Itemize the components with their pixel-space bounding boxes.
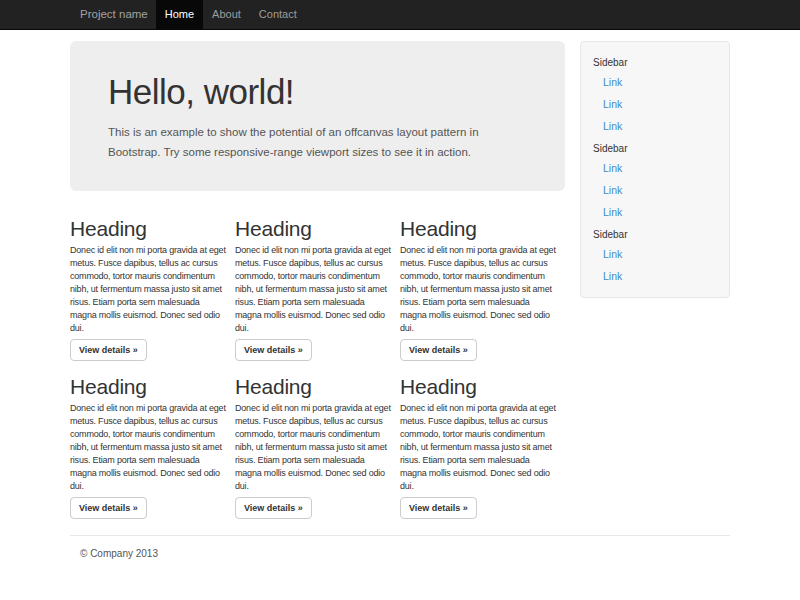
footer-copyright: © Company 2013	[70, 536, 730, 559]
card: Heading Donec id elit non mi porta gravi…	[235, 217, 400, 361]
sidebar-link[interactable]: Link	[593, 265, 717, 287]
sidebar-group: Sidebar Link Link	[593, 223, 717, 287]
sidebar-group-heading: Sidebar	[593, 137, 717, 157]
sidebar-link[interactable]: Link	[593, 71, 717, 93]
sidebar-group: Sidebar Link Link Link	[593, 137, 717, 223]
view-details-button[interactable]: View details »	[70, 339, 147, 361]
sidebar-link[interactable]: Link	[593, 115, 717, 137]
nav-item-about[interactable]: About	[203, 0, 250, 29]
card-body-text: Donec id elit non mi porta gravida at eg…	[70, 244, 228, 335]
card-body-text: Donec id elit non mi porta gravida at eg…	[400, 402, 558, 493]
cards-row-1: Heading Donec id elit non mi porta gravi…	[70, 217, 565, 361]
nav-item-contact[interactable]: Contact	[250, 0, 306, 29]
main-row: Hello, world! This is an example to show…	[70, 30, 730, 519]
navbar-nav: Home About Contact	[156, 0, 306, 29]
card-heading: Heading	[70, 217, 228, 240]
view-details-button[interactable]: View details »	[235, 497, 312, 519]
sidebar-link[interactable]: Link	[593, 93, 717, 115]
content-container: Hello, world! This is an example to show…	[70, 30, 730, 559]
nav-item-home[interactable]: Home	[156, 0, 203, 29]
card-heading: Heading	[235, 375, 393, 398]
sidebar-column: Sidebar Link Link Link Sidebar Link Link…	[580, 30, 730, 298]
sidebar-group: Sidebar Link Link Link	[593, 51, 717, 137]
card: Heading Donec id elit non mi porta gravi…	[235, 375, 400, 519]
sidebar-panel: Sidebar Link Link Link Sidebar Link Link…	[580, 41, 730, 298]
card-heading: Heading	[400, 217, 558, 240]
card-heading: Heading	[70, 375, 228, 398]
navbar-container: Project name Home About Contact	[70, 0, 730, 29]
card-body-text: Donec id elit non mi porta gravida at eg…	[400, 244, 558, 335]
sidebar-group-heading: Sidebar	[593, 223, 717, 243]
navbar-brand[interactable]: Project name	[70, 0, 156, 29]
sidebar-link[interactable]: Link	[593, 157, 717, 179]
main-column: Hello, world! This is an example to show…	[70, 30, 565, 519]
cards-row-2: Heading Donec id elit non mi porta gravi…	[70, 375, 565, 519]
view-details-button[interactable]: View details »	[400, 497, 477, 519]
card: Heading Donec id elit non mi porta gravi…	[70, 217, 235, 361]
sidebar-link[interactable]: Link	[593, 201, 717, 223]
navbar: Project name Home About Contact	[0, 0, 800, 30]
page: Project name Home About Contact Hello, w…	[0, 0, 800, 600]
card-heading: Heading	[235, 217, 393, 240]
card-body-text: Donec id elit non mi porta gravida at eg…	[235, 402, 393, 493]
sidebar-link[interactable]: Link	[593, 243, 717, 265]
card: Heading Donec id elit non mi porta gravi…	[400, 375, 565, 519]
sidebar-group-heading: Sidebar	[593, 51, 717, 71]
sidebar-link[interactable]: Link	[593, 179, 717, 201]
card-body-text: Donec id elit non mi porta gravida at eg…	[235, 244, 393, 335]
view-details-button[interactable]: View details »	[235, 339, 312, 361]
card-body-text: Donec id elit non mi porta gravida at eg…	[70, 402, 228, 493]
card: Heading Donec id elit non mi porta gravi…	[70, 375, 235, 519]
view-details-button[interactable]: View details »	[400, 339, 477, 361]
card: Heading Donec id elit non mi porta gravi…	[400, 217, 565, 361]
page-title: Hello, world!	[108, 74, 527, 111]
jumbotron: Hello, world! This is an example to show…	[70, 41, 565, 191]
card-heading: Heading	[400, 375, 558, 398]
view-details-button[interactable]: View details »	[70, 497, 147, 519]
jumbotron-lead: This is an example to show the potential…	[108, 122, 527, 162]
